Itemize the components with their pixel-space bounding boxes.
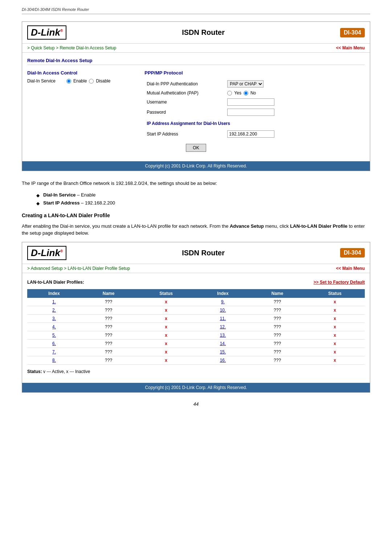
factory-default-link[interactable]: >> Set to Factory Default xyxy=(314,280,365,285)
username-input-cell xyxy=(226,97,364,107)
index2-cell: 10. xyxy=(196,306,250,314)
panel2-footer: Copyright (c) 2001 D-Link Corp. All Righ… xyxy=(22,383,370,392)
index2-cell: 9. xyxy=(196,298,250,306)
page-number-text: 44 xyxy=(193,401,199,407)
index1-cell: 1. xyxy=(27,298,81,306)
ppp-mp-title: PPP/MP Protocol xyxy=(144,70,365,76)
status1-cell: x xyxy=(136,331,196,339)
mutual-yes-label: Yes xyxy=(234,90,241,96)
mutual-no-radio[interactable] xyxy=(244,91,248,96)
bullet-label-2: Start IP Address – 192.168.2.200 xyxy=(43,200,115,206)
panel1-main-menu-link[interactable]: << Main Menu xyxy=(336,45,365,50)
index2-cell: 14. xyxy=(196,339,250,348)
index2-link[interactable]: 11. xyxy=(220,316,226,321)
disable-radio[interactable] xyxy=(89,79,94,84)
lan-to-lan-bold: LAN-to-LAN Dialer Profile xyxy=(290,223,347,229)
mutual-auth-row: Mutual Authetication (PAP) Yes No xyxy=(145,89,364,97)
index1-link[interactable]: 1. xyxy=(52,299,56,304)
status1-cell: x xyxy=(136,314,196,323)
dial-in-service-label: Dial-In Service xyxy=(27,78,64,84)
index2-link[interactable]: 13. xyxy=(220,333,226,338)
index1-link[interactable]: 2. xyxy=(52,308,56,313)
index2-cell: 16. xyxy=(196,356,250,364)
panel2-header: D-Link® ISDN Router DI-304 xyxy=(22,242,370,264)
index1-cell: 3. xyxy=(27,314,81,323)
index1-link[interactable]: 7. xyxy=(52,349,56,355)
panel1-content: Remote Dial-In Access Setup Dial-In Acce… xyxy=(22,53,370,161)
disable-label: Disable xyxy=(96,78,110,84)
col-header-name2: Name xyxy=(250,289,305,298)
username-input[interactable] xyxy=(227,98,274,106)
start-ip-row: Start IP Address xyxy=(145,129,364,139)
mutual-auth-label: Mutual Authetication (PAP) xyxy=(145,89,225,97)
section2-heading: Creating a LAN-to-LAN Dialer Profile xyxy=(22,212,370,218)
bullet-label-1: Dial-In Service – Enable xyxy=(43,192,96,198)
status2-cell: x xyxy=(305,331,365,339)
bullet-diamond-2: ◆ xyxy=(36,201,40,206)
status1-cell: x xyxy=(136,339,196,348)
auth-select-cell: PAP or CHAP xyxy=(226,79,364,89)
start-ip-label: Start IP Address xyxy=(145,129,225,139)
table-row: 8. ??? x 16. ??? x xyxy=(27,356,365,364)
col-header-index1: Index xyxy=(27,289,81,298)
status1-cell: x xyxy=(136,356,196,364)
status2-cell: x xyxy=(305,348,365,356)
name1-cell: ??? xyxy=(81,331,136,339)
index1-link[interactable]: 8. xyxy=(52,358,56,363)
dial-in-service-radio-group: Enable Disable xyxy=(66,78,110,84)
page-header: DI-304/DI-304M ISDN Remote Router xyxy=(22,7,370,14)
enable-radio[interactable] xyxy=(66,79,71,84)
index2-cell: 13. xyxy=(196,331,250,339)
panel2-main-menu-link[interactable]: << Main Menu xyxy=(336,266,365,271)
index2-link[interactable]: 16. xyxy=(220,358,226,363)
status2-cell: x xyxy=(305,356,365,364)
ip-assignment-title-cell: IP Address Assignment for Dial-In Users xyxy=(145,118,364,129)
index1-link[interactable]: 5. xyxy=(52,333,56,338)
password-input[interactable] xyxy=(227,109,274,116)
bullet-bold-2: Start IP Address xyxy=(43,200,79,206)
mutual-yes-radio[interactable] xyxy=(227,91,232,96)
ip-assignment-title-row: IP Address Assignment for Dial-In Users xyxy=(145,118,364,129)
profiles-table: Index Name Status Index Name Status 1. ?… xyxy=(27,289,365,365)
bullet-list: ◆ Dial-In Service – Enable ◆ Start IP Ad… xyxy=(36,192,370,206)
mutual-auth-radio-group: Yes No xyxy=(227,90,363,96)
index1-link[interactable]: 4. xyxy=(52,324,56,329)
bullet-item-1: ◆ Dial-In Service – Enable xyxy=(36,192,370,198)
start-ip-input[interactable] xyxy=(227,130,274,138)
ok-button[interactable]: OK xyxy=(186,144,206,152)
panel1-right-col: PPP/MP Protocol Dial-In PPP Authenticati… xyxy=(144,69,365,139)
index1-link[interactable]: 3. xyxy=(52,316,56,321)
status2-cell: x xyxy=(305,314,365,323)
panel2-breadcrumb-bar: > Advanced Setup > LAN-to-LAN Dialer Pro… xyxy=(22,264,370,273)
table-row: 4. ??? x 12. ??? x xyxy=(27,323,365,331)
name2-cell: ??? xyxy=(250,298,305,306)
index1-link[interactable]: 6. xyxy=(52,341,56,346)
panel1-title: ISDN Router xyxy=(182,28,225,37)
index2-link[interactable]: 15. xyxy=(220,349,226,355)
panel2-title: ISDN Router xyxy=(182,249,225,257)
index2-link[interactable]: 12. xyxy=(220,324,226,329)
name1-cell: ??? xyxy=(81,339,136,348)
status1-cell: x xyxy=(136,348,196,356)
panel2-badge: DI-304 xyxy=(340,248,365,258)
status1-cell: x xyxy=(136,298,196,306)
bullet-diamond-1: ◆ xyxy=(36,193,40,198)
panel2-breadcrumb[interactable]: > Advanced Setup > LAN-to-LAN Dialer Pro… xyxy=(27,266,130,271)
index2-link[interactable]: 9. xyxy=(221,299,225,304)
auth-label: Dial-In PPP Authentication xyxy=(145,79,225,89)
index2-link[interactable]: 10. xyxy=(220,308,226,313)
panel1-badge: DI-304 xyxy=(340,28,365,37)
index1-cell: 4. xyxy=(27,323,81,331)
bullet-value-2: 192.168.2.200 xyxy=(85,200,115,206)
panel1-breadcrumb[interactable]: > Quick Setup > Remote Dial-In Access Se… xyxy=(27,45,116,50)
name1-cell: ??? xyxy=(81,306,136,314)
body-text-1: The IP range of the Branch Office networ… xyxy=(22,180,370,187)
panel1-left-col: Dial-In Access Control Dial-In Service E… xyxy=(27,69,137,139)
section2-body: After enabling the Dial-in service, you … xyxy=(22,223,370,237)
index2-cell: 11. xyxy=(196,314,250,323)
name2-cell: ??? xyxy=(250,323,305,331)
index2-link[interactable]: 14. xyxy=(220,341,226,346)
name2-cell: ??? xyxy=(250,306,305,314)
auth-select[interactable]: PAP or CHAP xyxy=(227,80,264,88)
bullet-bold-1: Dial-In Service xyxy=(43,192,76,198)
